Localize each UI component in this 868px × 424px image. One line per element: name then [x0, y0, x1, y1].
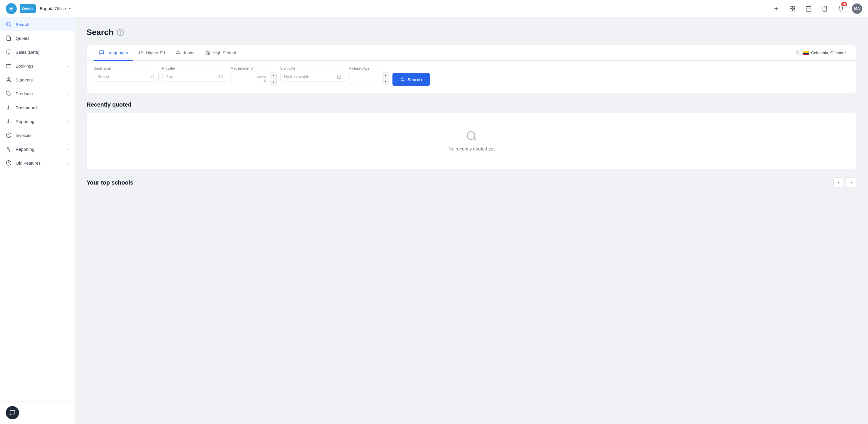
sidebar-item-dashboard[interactable]: Dashboard [0, 101, 75, 114]
chat-button[interactable] [6, 406, 19, 419]
sidebar-item-invoices[interactable]: Invoices [0, 128, 75, 142]
svg-rect-4 [793, 6, 795, 8]
svg-point-37 [219, 75, 222, 78]
age-increment-btn[interactable]: ▲ [382, 72, 389, 78]
search-form: Destination Provider [87, 61, 856, 86]
provider-input-wrapper[interactable] [162, 72, 227, 81]
age-spinners: ▲ ▼ [382, 72, 389, 85]
recently-quoted-section: Recently quoted No recently quoted yet [87, 102, 857, 169]
start-date-label: Start date [280, 66, 345, 70]
min-age-label: Minimum Age [349, 66, 389, 70]
top-schools-next-btn[interactable]: › [846, 177, 857, 188]
layout: Search Quotes Sales (Beta) Bookings › [0, 17, 868, 424]
destination-input-wrapper[interactable] [94, 72, 159, 81]
person-icon [795, 50, 800, 56]
sidebar-item-reporting1[interactable]: Reporting › [0, 114, 75, 128]
weeks-label: Min. number of [230, 66, 277, 70]
destination-input[interactable] [97, 74, 148, 79]
calendar-icon [337, 74, 341, 79]
notification-count: 26 [841, 2, 847, 6]
page-title-row: Search ? [87, 28, 857, 37]
sidebar-item-quotes[interactable]: Quotes [0, 31, 75, 45]
sidebar-item-old-features[interactable]: Old Features › [0, 156, 75, 170]
provider-input[interactable] [166, 74, 216, 79]
top-schools-header: Your top schools ‹ › [87, 177, 857, 188]
add-button[interactable] [771, 3, 781, 14]
avatar[interactable]: MA [852, 3, 862, 14]
age-decrement-btn[interactable]: ▼ [382, 78, 389, 85]
country-selector[interactable]: 🇨🇴 Colombia, Offshore [792, 47, 849, 58]
reporting2-chevron-icon: › [68, 147, 69, 151]
provider-field: Provider [162, 66, 227, 81]
office-selector[interactable]: Bogotá Office [40, 6, 72, 11]
app-logo-icon[interactable] [6, 3, 17, 14]
start-date-input[interactable] [284, 74, 335, 79]
min-weeks-input[interactable]: weeks 4 ▲ ▼ [230, 72, 277, 86]
svg-rect-16 [6, 50, 11, 53]
tab-bar: Languages Higher Ed Junior High School [87, 45, 856, 61]
tab-junior[interactable]: Junior [170, 45, 200, 61]
svg-marker-32 [176, 51, 180, 54]
min-weeks-field: Min. number of weeks 4 ▲ ▼ [230, 66, 277, 86]
sidebar-item-bookings[interactable]: Bookings › [0, 59, 75, 73]
svg-line-44 [404, 80, 405, 81]
reporting1-chevron-icon: › [68, 119, 69, 123]
calendar-icon[interactable] [803, 3, 814, 14]
destination-label: Destination [94, 66, 159, 70]
top-nav: Edvisio Bogotá Office 26 MA [0, 0, 868, 17]
sidebar-item-search[interactable]: Search [0, 17, 75, 31]
start-date-field: Start date [280, 66, 345, 81]
svg-rect-6 [793, 9, 795, 11]
provider-label: Provider [162, 66, 227, 70]
top-schools-section: Your top schools ‹ › [87, 177, 857, 188]
min-age-input[interactable]: 19 [352, 76, 379, 81]
destination-field: Destination [94, 66, 159, 81]
recently-quoted-card: No recently quoted yet [87, 113, 857, 169]
country-name: Colombia, Offshore [811, 51, 846, 55]
tab-higher-ed[interactable]: Higher Ed [133, 45, 170, 61]
svg-point-43 [401, 78, 404, 81]
notifications-icon[interactable]: 26 [836, 3, 846, 14]
svg-point-35 [151, 75, 154, 78]
min-age-input-wrapper[interactable]: 19 ▲ ▼ [349, 72, 389, 85]
main-content: Search ? Languages Higher Ed Junior [75, 17, 868, 424]
start-date-input-wrapper[interactable] [280, 72, 345, 81]
nav-actions: 26 MA [771, 3, 862, 14]
sidebar-item-sales[interactable]: Sales (Beta) [0, 45, 75, 59]
brand-logo[interactable]: Edvisio [20, 4, 36, 13]
svg-line-38 [222, 77, 223, 78]
sidebar-item-products[interactable]: Products › [0, 87, 75, 101]
country-flag: 🇨🇴 [803, 50, 809, 56]
svg-rect-5 [790, 9, 792, 11]
old-features-chevron-icon: › [68, 161, 69, 165]
sidebar-item-reporting2[interactable]: Reporting › [0, 142, 75, 156]
search-button-icon [401, 77, 405, 82]
search-button[interactable]: Search [393, 73, 430, 86]
svg-rect-3 [790, 6, 792, 8]
clipboard-icon[interactable] [819, 3, 830, 14]
svg-point-45 [467, 132, 475, 140]
tab-languages[interactable]: Languages [94, 45, 133, 61]
recently-quoted-title: Recently quoted [87, 102, 857, 108]
page-title: Search [87, 28, 114, 37]
products-chevron-icon: › [68, 91, 69, 96]
tab-high-school[interactable]: High School [200, 45, 241, 61]
menu-icon[interactable] [787, 3, 798, 14]
weeks-decrement-btn[interactable]: ▼ [270, 79, 276, 86]
sidebar-item-students[interactable]: Students [0, 73, 75, 87]
search-card: Languages Higher Ed Junior High School [87, 45, 857, 93]
weeks-increment-btn[interactable]: ▲ [270, 72, 276, 79]
svg-line-15 [10, 25, 11, 27]
weeks-spinners: ▲ ▼ [270, 72, 276, 86]
svg-rect-19 [6, 65, 11, 68]
top-schools-prev-btn[interactable]: ‹ [833, 177, 844, 188]
chat-section [0, 401, 75, 424]
help-icon[interactable]: ? [117, 29, 124, 36]
svg-point-34 [797, 51, 799, 52]
office-name: Bogotá Office [40, 6, 66, 11]
svg-point-20 [8, 78, 10, 80]
min-age-field: Minimum Age 19 ▲ ▼ [349, 66, 389, 85]
weeks-value: 4 [264, 78, 266, 83]
destination-search-icon [150, 74, 155, 79]
svg-rect-39 [337, 75, 341, 79]
